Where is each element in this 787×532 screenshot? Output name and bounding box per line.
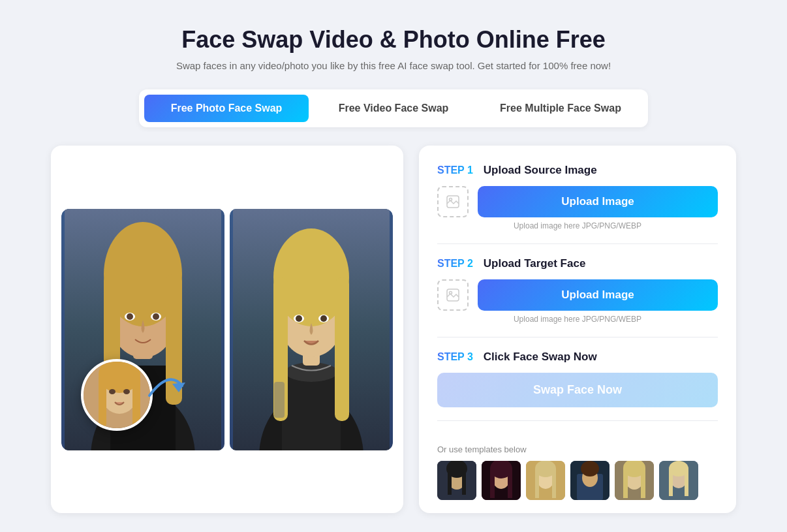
upload-target-button[interactable]: Upload Image bbox=[478, 279, 718, 311]
svg-rect-63 bbox=[641, 468, 645, 498]
svg-rect-62 bbox=[623, 468, 628, 498]
template-thumb-5[interactable] bbox=[615, 461, 654, 500]
svg-point-33 bbox=[109, 389, 116, 394]
svg-rect-31 bbox=[99, 375, 106, 427]
page-title: Face Swap Video & Photo Online Free bbox=[176, 26, 611, 54]
template-thumb-6[interactable] bbox=[659, 461, 698, 500]
main-content: STEP 1 Upload Source Image Upload Image … bbox=[51, 146, 736, 513]
face-swap-circle-preview bbox=[81, 359, 153, 431]
svg-rect-44 bbox=[462, 469, 466, 495]
step-2-hint: Upload image here JPG/PNG/WEBP bbox=[437, 315, 718, 324]
step-1-title: Upload Source Image bbox=[484, 164, 597, 177]
svg-marker-35 bbox=[172, 383, 185, 392]
step-2-header: STEP 2 Upload Target Face bbox=[437, 257, 718, 270]
step-1-row: STEP 1 Upload Source Image Upload Image … bbox=[437, 164, 718, 244]
svg-point-25 bbox=[296, 315, 302, 322]
step-1-hint: Upload image here JPG/PNG/WEBP bbox=[437, 221, 718, 230]
steps-panel: STEP 1 Upload Source Image Upload Image … bbox=[419, 146, 736, 513]
svg-rect-43 bbox=[448, 469, 452, 495]
swap-face-button[interactable]: Swap Face Now bbox=[437, 373, 718, 407]
step-3-title: Click Face Swap Now bbox=[484, 351, 597, 364]
template-thumbnails bbox=[437, 461, 718, 500]
step-2-title: Upload Target Face bbox=[484, 257, 586, 270]
step-1-label: STEP 1 bbox=[437, 164, 473, 176]
step-1-upload-row: Upload Image bbox=[437, 186, 718, 217]
tab-photo[interactable]: Free Photo Face Swap bbox=[144, 95, 309, 122]
svg-rect-27 bbox=[274, 382, 285, 418]
svg-rect-48 bbox=[490, 469, 495, 498]
svg-rect-54 bbox=[552, 469, 556, 498]
step-2-upload-icon bbox=[437, 279, 469, 311]
preview-panel bbox=[51, 146, 403, 513]
svg-point-12 bbox=[153, 313, 159, 320]
step-3-header: STEP 3 Click Face Swap Now bbox=[437, 351, 718, 364]
upload-source-button[interactable]: Upload Image bbox=[478, 186, 718, 217]
preview-images bbox=[61, 209, 393, 450]
tab-bar: Free Photo Face Swap Free Video Face Swa… bbox=[139, 89, 648, 127]
templates-label: Or use templates below bbox=[437, 445, 718, 454]
page-header: Face Swap Video & Photo Online Free Swap… bbox=[176, 26, 611, 71]
face-swap-arrow bbox=[143, 363, 189, 405]
svg-rect-53 bbox=[535, 469, 539, 498]
template-thumb-3[interactable] bbox=[526, 461, 565, 500]
step-2-row: STEP 2 Upload Target Face Upload Image U… bbox=[437, 257, 718, 337]
template-thumb-1[interactable] bbox=[437, 461, 476, 500]
page-subtitle: Swap faces in any video/photo you like b… bbox=[176, 60, 611, 71]
svg-point-58 bbox=[581, 461, 599, 477]
svg-rect-32 bbox=[132, 375, 140, 427]
tab-multiple[interactable]: Free Multiple Face Swap bbox=[478, 95, 643, 122]
step-3-row: STEP 3 Click Face Swap Now Swap Face Now bbox=[437, 351, 718, 421]
svg-rect-67 bbox=[669, 469, 673, 496]
svg-rect-49 bbox=[508, 469, 512, 498]
svg-rect-68 bbox=[685, 469, 688, 496]
templates-section: Or use templates below bbox=[437, 434, 718, 500]
svg-point-26 bbox=[320, 315, 327, 322]
step-2-upload-row: Upload Image bbox=[437, 279, 718, 311]
svg-rect-16 bbox=[282, 372, 341, 450]
template-thumb-2[interactable] bbox=[482, 461, 521, 500]
target-image-preview bbox=[230, 209, 393, 450]
svg-point-34 bbox=[123, 389, 130, 394]
tab-video[interactable]: Free Video Face Swap bbox=[311, 95, 476, 122]
step-3-label: STEP 3 bbox=[437, 351, 473, 363]
step-2-label: STEP 2 bbox=[437, 258, 473, 270]
svg-point-11 bbox=[127, 313, 133, 320]
step-1-header: STEP 1 Upload Source Image bbox=[437, 164, 718, 177]
template-thumb-4[interactable] bbox=[570, 461, 610, 500]
step-1-upload-icon bbox=[437, 186, 469, 217]
svg-rect-22 bbox=[335, 277, 349, 421]
